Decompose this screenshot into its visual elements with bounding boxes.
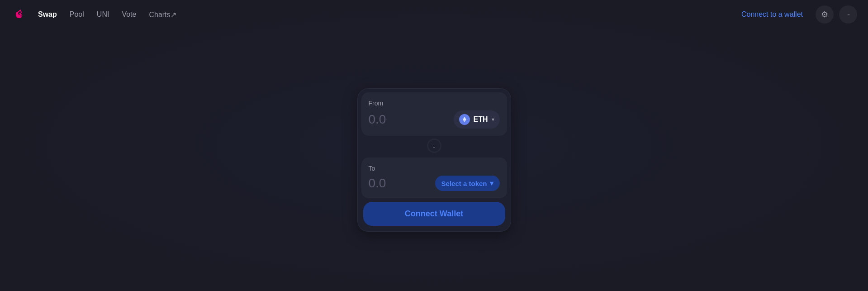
select-token-button[interactable]: Select a token ▾ [435, 176, 500, 191]
connect-wallet-wrapper: Connect Wallet [361, 198, 507, 228]
swap-direction-arrow: ↓ [361, 136, 507, 156]
from-section: From ETH ▾ [361, 92, 507, 136]
settings-button[interactable]: ⚙ [816, 5, 834, 24]
from-amount-input[interactable] [369, 112, 432, 127]
svg-point-0 [11, 6, 27, 23]
swap-sections: From ETH ▾ [361, 92, 507, 198]
settings-icon: ⚙ [821, 10, 828, 19]
from-token-name: ETH [474, 115, 488, 124]
connect-wallet-button[interactable]: Connect to a wallet [734, 6, 810, 23]
more-button[interactable]: ··· [839, 5, 857, 24]
from-token-chevron: ▾ [492, 116, 494, 123]
nav-swap[interactable]: Swap [33, 7, 62, 22]
navbar: SwapPoolUNIVoteCharts↗ Connect to a wall… [0, 0, 868, 29]
nav-links: SwapPoolUNIVoteCharts↗ [33, 7, 182, 23]
nav-right: Connect to a wallet ⚙ ··· [734, 5, 857, 24]
swap-card: From ETH ▾ [357, 88, 511, 232]
nav-charts[interactable]: Charts↗ [143, 7, 181, 23]
select-token-chevron: ▾ [490, 179, 493, 187]
to-label: To [369, 165, 500, 172]
to-amount-input[interactable] [369, 176, 432, 191]
from-token-selector[interactable]: ETH ▾ [454, 110, 500, 129]
app-logo [11, 6, 27, 23]
connect-wallet-main-button[interactable]: Connect Wallet [363, 202, 505, 226]
main-content: From ETH ▾ [0, 29, 868, 291]
swap-arrow-button[interactable]: ↓ [427, 138, 441, 153]
nav-pool[interactable]: Pool [64, 7, 90, 22]
eth-icon [459, 114, 470, 125]
arrow-down-icon: ↓ [432, 142, 436, 149]
to-token-row: Select a token ▾ [369, 176, 500, 191]
nav-vote[interactable]: Vote [116, 7, 142, 22]
more-icon: ··· [847, 11, 849, 18]
nav-uni[interactable]: UNI [91, 7, 115, 22]
to-section: To Select a token ▾ [361, 157, 507, 198]
from-token-row: ETH ▾ [369, 110, 500, 129]
from-label: From [369, 100, 500, 107]
select-token-label: Select a token [441, 180, 487, 187]
